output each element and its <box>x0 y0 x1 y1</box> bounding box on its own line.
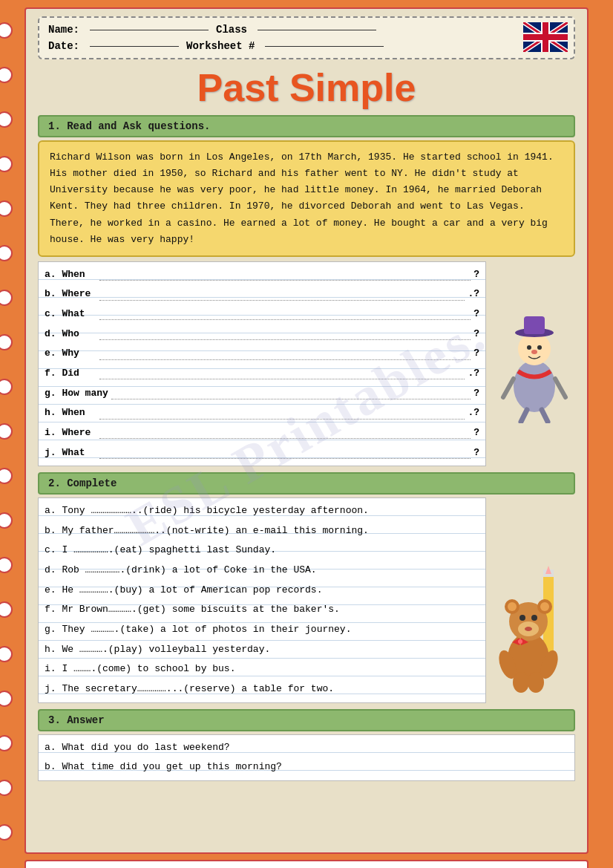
section2-header: 2. Complete <box>38 472 575 495</box>
worksheet-line <box>265 46 384 47</box>
q-end: ? <box>473 443 479 463</box>
page2: c. Did you come to school last Saturday?… <box>24 860 589 868</box>
left-circle <box>0 334 13 350</box>
complete-item: f. Mr Brown………….(get) some biscuits at t… <box>45 600 479 620</box>
q-label: f. Did <box>45 364 96 384</box>
q-label: i. Where <box>45 423 96 443</box>
section3-header: 3. Answer <box>38 709 575 731</box>
svg-point-10 <box>518 333 551 365</box>
q-dots <box>99 408 465 420</box>
svg-point-13 <box>527 345 531 350</box>
q-dots <box>99 427 471 439</box>
question-line: i. Where? <box>45 423 479 443</box>
complete-item: e. He …………….(buy) a lot of American pop … <box>45 581 479 601</box>
question-line: h. When.? <box>45 403 479 423</box>
character-illustration-1 <box>494 261 575 466</box>
svg-point-39 <box>513 672 529 693</box>
q-end: ? <box>473 344 479 364</box>
complete-list: a. Tony …………………..(ride) his bicycle yest… <box>38 497 486 702</box>
svg-point-40 <box>528 672 544 693</box>
section2-content: a. Tony …………………..(ride) his bicycle yest… <box>38 497 575 702</box>
question-line: a. When? <box>45 265 479 285</box>
complete-item: g. They ………….(take) a lot of photos in t… <box>45 620 479 640</box>
left-circle <box>0 200 13 217</box>
q-dots <box>99 368 465 379</box>
left-circle <box>0 824 13 841</box>
question-line: f. Did.? <box>45 364 479 384</box>
left-circle <box>0 290 13 306</box>
name-line <box>90 30 209 30</box>
left-circle <box>0 111 13 128</box>
left-circle <box>0 156 13 172</box>
q-end: .? <box>468 403 479 423</box>
page-title: Past Simple <box>38 67 575 109</box>
svg-line-16 <box>503 379 514 397</box>
q-label: j. What <box>45 443 96 463</box>
q-dots <box>111 388 471 399</box>
date-label: Date: <box>48 40 79 52</box>
section1-header: 1. Read and Ask questions. <box>38 115 575 137</box>
left-circle <box>0 468 13 484</box>
svg-point-27 <box>508 602 517 611</box>
left-circle <box>0 646 13 662</box>
uk-flag-icon <box>523 22 568 52</box>
answer-list: a. What did you do last weekend?b. What … <box>38 734 575 781</box>
q-dots <box>99 328 471 340</box>
question-line: b. Where.? <box>45 284 479 304</box>
q-end: ? <box>473 304 479 324</box>
svg-point-33 <box>525 627 532 631</box>
svg-point-14 <box>537 345 542 350</box>
complete-item: h. We ………….(play) volleyball yesterday. <box>45 640 479 660</box>
left-circle <box>0 601 13 618</box>
question-line: d. Who? <box>45 324 479 345</box>
left-circle <box>0 780 13 796</box>
q-dots <box>99 348 471 360</box>
svg-line-17 <box>555 379 566 397</box>
q-dots <box>99 289 465 301</box>
complete-item: a. Tony …………………..(ride) his bicycle yest… <box>45 501 479 521</box>
header-box: Name: Class Date: Worksheet # <box>38 16 575 59</box>
q-dots <box>99 447 471 459</box>
svg-point-31 <box>519 615 525 621</box>
class-label: Class <box>216 24 247 36</box>
section1-paragraph: Richard Wilson was born in Los Angeles, … <box>38 140 575 257</box>
question-line: j. What? <box>45 443 479 463</box>
svg-line-18 <box>521 410 527 422</box>
q-label: c. What <box>45 304 96 324</box>
left-circle <box>0 512 13 529</box>
q-end: .? <box>468 284 479 304</box>
q-label: g. How many <box>45 384 108 404</box>
section1-questions-area: a. When?b. Where.?c. What?d. Who?e. Why?… <box>38 261 575 466</box>
complete-item: c. I ……………….(eat) spaghetti last Sunday. <box>45 541 479 561</box>
svg-rect-8 <box>523 34 568 40</box>
svg-point-15 <box>531 350 537 354</box>
question-line: e. Why? <box>45 344 479 364</box>
q-dots <box>99 308 471 320</box>
name-label: Name: <box>48 24 79 36</box>
q-end: ? <box>473 384 479 404</box>
date-line <box>90 46 179 47</box>
svg-point-32 <box>531 615 537 621</box>
complete-item: d. Rob ……………….(drink) a lot of Coke in t… <box>45 561 479 581</box>
q-end: ? <box>473 265 479 285</box>
q-end: ? <box>473 423 479 443</box>
questions-list: a. When?b. Where.?c. What?d. Who?e. Why?… <box>38 261 486 466</box>
class-line <box>258 30 376 30</box>
worksheet-label: Worksheet # <box>186 40 255 52</box>
complete-item: b. My father…………………..(not-write) an e-ma… <box>45 521 479 541</box>
question-line: g. How many? <box>45 384 479 404</box>
left-circle <box>0 22 13 39</box>
svg-point-9 <box>514 360 555 412</box>
q-label: h. When <box>45 403 96 423</box>
svg-point-29 <box>540 602 549 611</box>
left-circle <box>0 735 13 751</box>
svg-rect-12 <box>524 316 545 334</box>
left-circle <box>0 557 13 573</box>
q-label: e. Why <box>45 344 96 364</box>
q-end: .? <box>468 364 479 384</box>
character-illustration-2 <box>494 497 575 702</box>
answer-item: a. What did you do last weekend? <box>45 738 568 758</box>
answer-item: b. What time did you get up this morning… <box>45 757 568 777</box>
q-label: a. When <box>45 265 96 285</box>
q-dots <box>99 269 471 281</box>
